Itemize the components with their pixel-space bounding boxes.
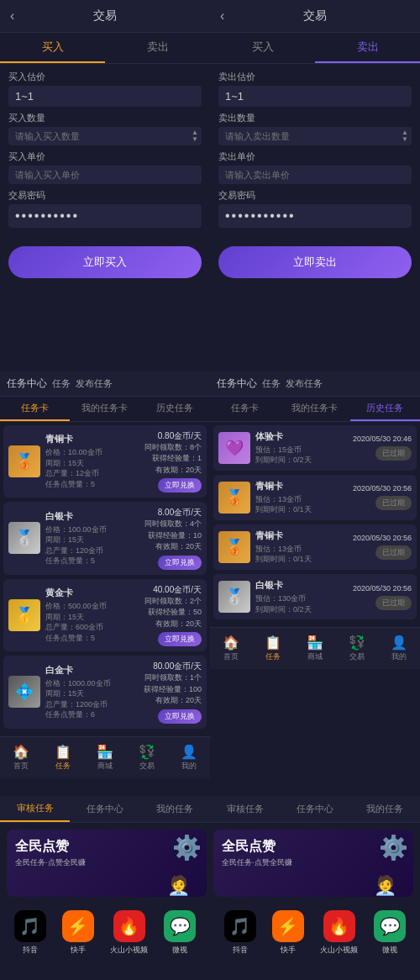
- audit-tab-1[interactable]: 任务中心: [70, 797, 139, 821]
- sell-qty-field[interactable]: ▲ ▼: [218, 127, 412, 145]
- hist-bronze1-detail: 预估：13金币 到期时间：0/1天: [255, 494, 339, 515]
- home-label: 首页: [13, 761, 29, 772]
- sell-panel-header: ‹ 交易: [210, 0, 420, 33]
- hist-trade-icon: 💱: [349, 635, 365, 651]
- task-card-list: 🥉 青铜卡 价格：10.00金币 周期：15天 总产量：12金币 任务点赞量：5…: [0, 422, 210, 736]
- silver-redeem-btn[interactable]: 立即兑换: [158, 556, 202, 570]
- tab-buy-sell[interactable]: 买入: [210, 33, 315, 63]
- platinum-right: 80.00金币/天 同时领取数：1个 获得经验量：100 有效期：20天 立即兑…: [143, 661, 202, 724]
- exp-detail: 预估：15金币 到期时间：0/2天: [255, 445, 339, 466]
- bronze-detail: 价格：10.00金币 周期：15天 总产量：12金币 任务点赞量：5: [45, 447, 138, 489]
- buy-price-unit-label: 买入单价: [8, 150, 202, 163]
- hist-silver-info: 白银卡 预估：130金币 到期时间：0/2天: [255, 579, 339, 614]
- spacer-mid: [0, 303, 420, 353]
- qty-stepper[interactable]: ▲ ▼: [188, 128, 202, 145]
- app-weishi-right[interactable]: 💬 微视: [374, 910, 406, 956]
- audit-tab-0[interactable]: 审核任务: [0, 796, 70, 822]
- sell-form: 卖出估价 1~1 卖出数量 ▲ ▼ 卖出单价 交易密码 •••••••••••: [210, 64, 420, 240]
- hist-center-label: 任务中心: [217, 377, 257, 391]
- sub-tab-hist-my[interactable]: 我的任务卡: [280, 397, 349, 421]
- task-list-panel: 任务中心 任务 发布任务 任务卡 我的任务卡 历史任务 🥉 青铜卡 价格：10.…: [0, 371, 210, 796]
- buy-price-field[interactable]: [8, 166, 202, 184]
- tiktok-label-left: 抖音: [23, 945, 38, 956]
- bronze-info: 青铜卡 价格：10.00金币 周期：15天 总产量：12金币 任务点赞量：5: [45, 433, 138, 489]
- bronze-icon: 🥉: [8, 445, 40, 477]
- audit-tab-5[interactable]: 我的任务: [350, 797, 420, 821]
- tab-sell-active[interactable]: 卖出: [315, 33, 420, 63]
- sell-button[interactable]: 立即卖出: [218, 246, 412, 278]
- sell-price-field[interactable]: [218, 166, 412, 184]
- app-huoshan-right[interactable]: 🔥 火山小视频: [320, 910, 358, 956]
- hist-nav-trade[interactable]: 💱 交易: [336, 631, 378, 666]
- tab-sell[interactable]: 卖出: [105, 33, 210, 63]
- hist-nav-home[interactable]: 🏠 首页: [210, 631, 252, 666]
- back-arrow-icon[interactable]: ‹: [10, 8, 14, 24]
- app-tiktok-right[interactable]: 🎵 抖音: [224, 910, 256, 956]
- hist-nav1[interactable]: 任务: [262, 377, 281, 390]
- app-rows-container: 🎵 抖音 ⚡ 快手 🔥 火山小视频 💬 微视 🎵 抖音 ⚡: [0, 904, 420, 962]
- sell-price-value: 1~1: [218, 86, 412, 107]
- app-kuaishou-left[interactable]: ⚡ 快手: [62, 910, 94, 956]
- task-nav2[interactable]: 发布任务: [76, 377, 113, 390]
- app-kuaishou-right[interactable]: ⚡ 快手: [272, 910, 304, 956]
- hist-trade-label: 交易: [349, 651, 365, 662]
- banner-deco-0: ⚙️: [172, 834, 202, 861]
- platinum-redeem-btn[interactable]: 立即兑换: [158, 709, 202, 724]
- hist-nav2[interactable]: 发布任务: [286, 377, 323, 390]
- history-card-list: 💜 体验卡 预估：15金币 到期时间：0/2天 2020/05/30 20:46…: [210, 422, 420, 628]
- stepper-down-sell[interactable]: ▼: [402, 136, 408, 143]
- hist-bronze1-right: 2020/05/30 20:56 已过期: [344, 484, 412, 510]
- task-card-silver: 🥈 白银卡 价格：100.00金币 周期：15天 总产量：120金币 任务点赞量…: [3, 502, 207, 575]
- nav-profile[interactable]: 👤 我的: [168, 740, 210, 775]
- audit-tab-3[interactable]: 审核任务: [210, 797, 280, 821]
- buy-panel: ‹ 交易 买入 卖出 买入估价 1~1 买入数量 ▲ ▼ 买入单价 交易密码 •…: [0, 0, 210, 303]
- back-arrow-icon-sell[interactable]: ‹: [220, 8, 224, 24]
- platinum-info: 白金卡 价格：1000.00金币 周期：15天 总产量：1200金币 任务点赞量…: [45, 664, 138, 720]
- hist-nav-profile[interactable]: 👤 我的: [378, 631, 420, 666]
- sub-tab-task-card[interactable]: 任务卡: [0, 397, 70, 421]
- bronze-redeem-btn[interactable]: 立即兑换: [158, 478, 202, 493]
- audit-tab-2[interactable]: 我的任务: [140, 797, 210, 821]
- exp-expired-btn: 已过期: [375, 446, 412, 461]
- hist-task-label: 任务: [265, 651, 281, 662]
- nav-shop[interactable]: 🏪 商城: [84, 740, 126, 775]
- task-nav1[interactable]: 任务: [52, 377, 71, 390]
- nav-trade[interactable]: 💱 交易: [126, 740, 168, 775]
- promo-banners: 全民点赞 全民任务·点赞全民赚 ⚙️ 🧑‍💼 全民点赞 全民任务·点赞全民赚 ⚙…: [0, 823, 420, 904]
- buy-price-input[interactable]: [8, 166, 202, 184]
- sub-tab-hist-card[interactable]: 任务卡: [210, 397, 280, 421]
- app-huoshan-left[interactable]: 🔥 火山小视频: [110, 910, 148, 956]
- kuaishou-icon-left: ⚡: [62, 910, 94, 942]
- buy-qty-input[interactable]: [8, 127, 188, 145]
- stepper-down[interactable]: ▼: [192, 136, 198, 143]
- hist-bronze2-right: 2020/05/30 20:56 已过期: [344, 534, 412, 560]
- buy-qty-field[interactable]: ▲ ▼: [8, 127, 202, 145]
- hist-nav-task[interactable]: 📋 任务: [252, 631, 294, 666]
- app-weishi-left[interactable]: 💬 微视: [164, 910, 196, 956]
- sell-qty-stepper[interactable]: ▲ ▼: [398, 128, 412, 145]
- nav-task[interactable]: 📋 任务: [42, 740, 84, 775]
- sell-price-input[interactable]: [218, 166, 412, 184]
- nav-home[interactable]: 🏠 首页: [0, 740, 42, 775]
- hist-bronze2-info: 青铜卡 预估：13金币 到期时间：0/1天: [255, 530, 339, 565]
- sell-panel: ‹ 交易 买入 卖出 卖出估价 1~1 卖出数量 ▲ ▼ 卖出单价 交易密码 •…: [210, 0, 420, 303]
- trade-label: 交易: [139, 761, 155, 772]
- audit-tab-4[interactable]: 任务中心: [280, 797, 349, 821]
- sell-qty-input[interactable]: [218, 127, 398, 145]
- gold-right: 40.00金币/天 同时领取数：2个 获得经验量：50 有效期：20天 立即兑换: [143, 584, 202, 647]
- gold-redeem-btn[interactable]: 立即兑换: [158, 632, 202, 646]
- shop-icon: 🏪: [97, 744, 113, 760]
- sub-tab-hist-active[interactable]: 历史任务: [350, 397, 420, 421]
- app-tiktok-left[interactable]: 🎵 抖音: [14, 910, 46, 956]
- hist-nav-shop[interactable]: 🏪 商城: [294, 631, 336, 666]
- sub-tab-my-card[interactable]: 我的任务卡: [70, 397, 139, 421]
- tab-buy[interactable]: 买入: [0, 33, 105, 63]
- task-card-bronze: 🥉 青铜卡 价格：10.00金币 周期：15天 总产量：12金币 任务点赞量：5…: [3, 425, 207, 498]
- buy-panel-header: ‹ 交易: [0, 0, 210, 33]
- hist-bronze1-name: 青铜卡: [255, 480, 339, 493]
- sub-tab-history[interactable]: 历史任务: [140, 397, 210, 421]
- buy-form: 买入估价 1~1 买入数量 ▲ ▼ 买入单价 交易密码 ••••••••••: [0, 64, 210, 240]
- gold-name: 黄金卡: [45, 587, 138, 599]
- history-task-panel: 任务中心 任务 发布任务 任务卡 我的任务卡 历史任务 💜 体验卡 预估：15金…: [210, 371, 420, 796]
- buy-button[interactable]: 立即买入: [8, 246, 202, 278]
